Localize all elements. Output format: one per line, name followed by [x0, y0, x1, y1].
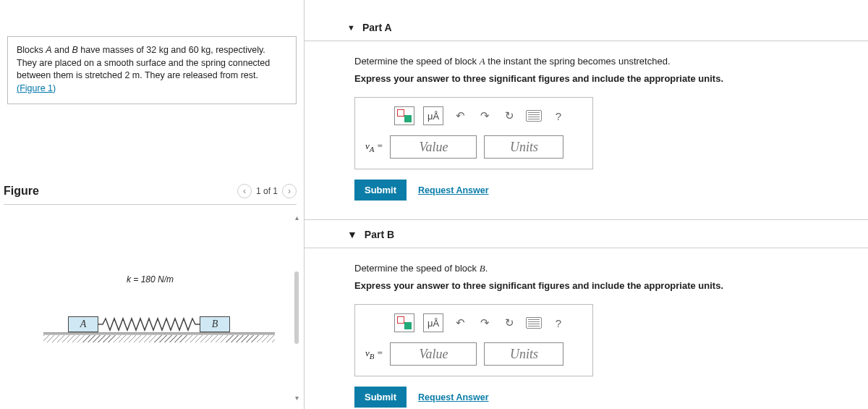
collapse-icon: ▼ [347, 229, 357, 240]
part-a-units-input[interactable] [484, 135, 563, 159]
help-icon[interactable]: ? [550, 315, 566, 331]
part-a-header[interactable]: ▼ Part A [304, 0, 868, 41]
part-a-instruction: Express your answer to three significant… [354, 73, 846, 84]
block-b: B [200, 316, 230, 332]
figure-scrollbar[interactable]: ▴ ▾ [293, 214, 300, 402]
surface-hatching [43, 335, 275, 342]
part-a-variable: vA = [365, 140, 383, 153]
units-format-icon[interactable]: μÅ [423, 106, 443, 125]
part-a-value-input[interactable] [390, 135, 477, 159]
part-b-answer-box: μÅ ↶ ↷ ↻ ? vB = [354, 304, 593, 376]
figure-link[interactable]: (Figure 1) [17, 83, 56, 93]
problem-text: Blocks A and B have masses of 32 kg and … [17, 45, 270, 80]
part-b-prompt: Determine the speed of block B. [354, 263, 846, 274]
figure-pager-label: 1 of 1 [256, 186, 278, 196]
scroll-up-icon[interactable]: ▴ [295, 214, 299, 222]
reset-icon[interactable]: ↻ [501, 108, 517, 124]
units-format-icon[interactable]: μÅ [423, 313, 443, 332]
part-b-instruction: Express your answer to three significant… [354, 280, 846, 291]
figure-heading: Figure [4, 185, 39, 198]
part-a-answer-box: μÅ ↶ ↷ ↻ ? vA = [354, 97, 593, 169]
templates-icon[interactable] [394, 313, 414, 332]
part-b-units-input[interactable] [484, 342, 563, 366]
figure-prev-button[interactable]: ‹ [237, 184, 252, 198]
redo-icon[interactable]: ↷ [477, 108, 493, 124]
help-icon[interactable]: ? [550, 108, 566, 124]
reset-icon[interactable]: ↻ [501, 315, 517, 331]
part-a-request-answer-link[interactable]: Request Answer [418, 185, 488, 195]
part-b-value-input[interactable] [390, 342, 477, 366]
part-a-title: Part A [362, 22, 392, 33]
keyboard-icon[interactable] [526, 315, 542, 331]
part-b-submit-button[interactable]: Submit [354, 387, 407, 408]
scroll-down-icon[interactable]: ▾ [295, 394, 299, 402]
keyboard-icon[interactable] [526, 108, 542, 124]
figure-rule [4, 204, 297, 205]
redo-icon[interactable]: ↷ [477, 315, 493, 331]
part-a-submit-button[interactable]: Submit [354, 180, 407, 201]
undo-icon[interactable]: ↶ [452, 108, 468, 124]
figure-pager: ‹ 1 of 1 › [237, 184, 297, 198]
part-b-request-answer-link[interactable]: Request Answer [418, 392, 488, 402]
part-b-header[interactable]: ▼ Part B [304, 219, 868, 248]
spring-icon [98, 316, 200, 332]
part-b-title: Part B [365, 229, 394, 240]
templates-icon[interactable] [394, 106, 414, 125]
part-a-prompt: Determine the speed of block A the insta… [354, 56, 846, 67]
figure-diagram: k = 180 N/m A B [43, 284, 275, 335]
figure-next-button[interactable]: › [282, 184, 297, 198]
scroll-thumb[interactable] [294, 271, 299, 344]
undo-icon[interactable]: ↶ [452, 315, 468, 331]
spring-constant-label: k = 180 N/m [127, 274, 174, 284]
collapse-icon: ▼ [347, 23, 355, 32]
block-a: A [68, 316, 98, 332]
part-b-variable: vB = [365, 347, 383, 360]
problem-statement: Blocks A and B have masses of 32 kg and … [7, 36, 297, 104]
